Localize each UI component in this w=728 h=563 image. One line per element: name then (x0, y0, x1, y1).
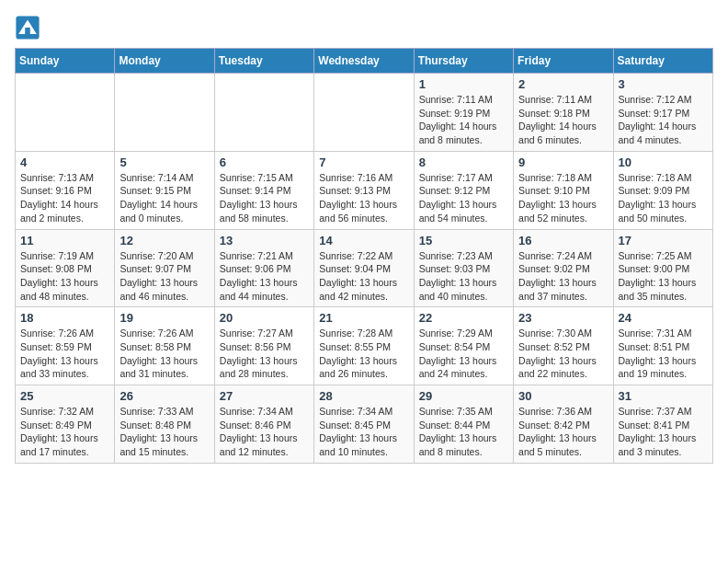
day-info: Sunrise: 7:23 AM Sunset: 9:03 PM Dayligh… (419, 249, 508, 304)
day-info: Sunrise: 7:35 AM Sunset: 8:44 PM Dayligh… (419, 405, 508, 459)
day-number: 21 (319, 311, 408, 325)
logo (15, 15, 44, 40)
day-number: 8 (419, 155, 508, 169)
day-number: 3 (619, 77, 708, 91)
calendar-cell: 6Sunrise: 7:15 AM Sunset: 9:14 PM Daylig… (214, 151, 313, 229)
day-info: Sunrise: 7:31 AM Sunset: 8:51 PM Dayligh… (619, 327, 708, 381)
calendar-cell: 31Sunrise: 7:37 AM Sunset: 8:41 PM Dayli… (613, 385, 712, 464)
calendar-week-row: 4Sunrise: 7:13 AM Sunset: 9:16 PM Daylig… (16, 151, 713, 229)
calendar-cell: 25Sunrise: 7:32 AM Sunset: 8:49 PM Dayli… (16, 385, 115, 464)
day-number: 10 (619, 155, 708, 169)
calendar-cell: 24Sunrise: 7:31 AM Sunset: 8:51 PM Dayli… (613, 307, 712, 385)
day-number: 2 (518, 77, 608, 91)
day-number: 7 (319, 155, 408, 169)
day-number: 31 (619, 389, 708, 403)
calendar-cell: 28Sunrise: 7:34 AM Sunset: 8:45 PM Dayli… (314, 385, 414, 464)
day-number: 26 (119, 389, 209, 403)
calendar-cell: 20Sunrise: 7:27 AM Sunset: 8:56 PM Dayli… (214, 307, 313, 385)
day-info: Sunrise: 7:13 AM Sunset: 9:16 PM Dayligh… (20, 171, 109, 225)
day-number: 28 (319, 389, 408, 403)
calendar-cell: 18Sunrise: 7:26 AM Sunset: 8:59 PM Dayli… (16, 307, 115, 385)
weekday-header: Sunday (16, 49, 115, 74)
day-number: 1 (419, 77, 508, 91)
day-info: Sunrise: 7:19 AM Sunset: 9:08 PM Dayligh… (20, 249, 109, 304)
calendar-cell: 30Sunrise: 7:36 AM Sunset: 8:42 PM Dayli… (514, 385, 613, 464)
weekday-header: Monday (115, 49, 214, 74)
calendar-cell: 13Sunrise: 7:21 AM Sunset: 9:06 PM Dayli… (214, 229, 313, 307)
calendar-cell: 26Sunrise: 7:33 AM Sunset: 8:48 PM Dayli… (115, 385, 214, 464)
calendar-cell: 5Sunrise: 7:14 AM Sunset: 9:15 PM Daylig… (115, 151, 214, 229)
day-number: 9 (518, 155, 608, 169)
day-number: 30 (518, 389, 608, 403)
day-number: 23 (518, 311, 608, 325)
day-number: 13 (220, 234, 309, 247)
day-number: 12 (119, 234, 209, 247)
day-info: Sunrise: 7:15 AM Sunset: 9:14 PM Dayligh… (220, 171, 309, 225)
day-number: 19 (119, 311, 209, 325)
day-info: Sunrise: 7:34 AM Sunset: 8:45 PM Dayligh… (319, 405, 408, 459)
day-info: Sunrise: 7:27 AM Sunset: 8:56 PM Dayligh… (220, 327, 309, 381)
calendar-cell: 14Sunrise: 7:22 AM Sunset: 9:04 PM Dayli… (314, 229, 414, 307)
day-number: 20 (220, 311, 309, 325)
calendar-cell (214, 74, 313, 152)
calendar-week-row: 25Sunrise: 7:32 AM Sunset: 8:49 PM Dayli… (16, 385, 713, 464)
weekday-header: Wednesday (314, 49, 414, 74)
day-number: 14 (319, 234, 408, 247)
day-info: Sunrise: 7:12 AM Sunset: 9:17 PM Dayligh… (619, 93, 708, 147)
day-info: Sunrise: 7:26 AM Sunset: 8:59 PM Dayligh… (20, 327, 109, 381)
day-info: Sunrise: 7:16 AM Sunset: 9:13 PM Dayligh… (319, 171, 408, 225)
calendar-cell: 29Sunrise: 7:35 AM Sunset: 8:44 PM Dayli… (414, 385, 513, 464)
calendar-cell: 16Sunrise: 7:24 AM Sunset: 9:02 PM Dayli… (514, 229, 613, 307)
day-info: Sunrise: 7:18 AM Sunset: 9:09 PM Dayligh… (619, 171, 708, 225)
day-info: Sunrise: 7:11 AM Sunset: 9:19 PM Dayligh… (419, 93, 508, 147)
calendar-table: SundayMondayTuesdayWednesdayThursdayFrid… (15, 48, 713, 464)
calendar-week-row: 18Sunrise: 7:26 AM Sunset: 8:59 PM Dayli… (16, 307, 713, 385)
calendar-cell: 27Sunrise: 7:34 AM Sunset: 8:46 PM Dayli… (214, 385, 313, 464)
day-info: Sunrise: 7:33 AM Sunset: 8:48 PM Dayligh… (119, 405, 209, 459)
calendar-week-row: 11Sunrise: 7:19 AM Sunset: 9:08 PM Dayli… (16, 229, 713, 307)
calendar-cell: 22Sunrise: 7:29 AM Sunset: 8:54 PM Dayli… (414, 307, 513, 385)
calendar-cell: 9Sunrise: 7:18 AM Sunset: 9:10 PM Daylig… (514, 151, 613, 229)
day-number: 16 (518, 234, 608, 247)
day-info: Sunrise: 7:29 AM Sunset: 8:54 PM Dayligh… (419, 327, 508, 381)
calendar-cell: 2Sunrise: 7:11 AM Sunset: 9:18 PM Daylig… (514, 74, 613, 152)
calendar-cell: 4Sunrise: 7:13 AM Sunset: 9:16 PM Daylig… (16, 151, 115, 229)
day-info: Sunrise: 7:25 AM Sunset: 9:00 PM Dayligh… (619, 249, 708, 304)
calendar-cell: 8Sunrise: 7:17 AM Sunset: 9:12 PM Daylig… (414, 151, 513, 229)
day-info: Sunrise: 7:26 AM Sunset: 8:58 PM Dayligh… (119, 327, 209, 381)
logo-icon (15, 15, 40, 40)
day-info: Sunrise: 7:18 AM Sunset: 9:10 PM Dayligh… (518, 171, 608, 225)
calendar-cell: 1Sunrise: 7:11 AM Sunset: 9:19 PM Daylig… (414, 74, 513, 152)
calendar-cell: 23Sunrise: 7:30 AM Sunset: 8:52 PM Dayli… (514, 307, 613, 385)
calendar-cell (16, 74, 115, 152)
calendar-cell: 17Sunrise: 7:25 AM Sunset: 9:00 PM Dayli… (613, 229, 712, 307)
day-number: 29 (419, 389, 508, 403)
calendar-cell: 3Sunrise: 7:12 AM Sunset: 9:17 PM Daylig… (613, 74, 712, 152)
day-number: 6 (220, 155, 309, 169)
day-info: Sunrise: 7:24 AM Sunset: 9:02 PM Dayligh… (518, 249, 608, 304)
day-info: Sunrise: 7:34 AM Sunset: 8:46 PM Dayligh… (220, 405, 309, 459)
day-info: Sunrise: 7:32 AM Sunset: 8:49 PM Dayligh… (20, 405, 109, 459)
calendar-cell (314, 74, 414, 152)
weekday-header-row: SundayMondayTuesdayWednesdayThursdayFrid… (16, 49, 713, 74)
day-number: 27 (220, 389, 309, 403)
day-number: 5 (119, 155, 209, 169)
day-info: Sunrise: 7:22 AM Sunset: 9:04 PM Dayligh… (319, 249, 408, 304)
calendar-cell: 19Sunrise: 7:26 AM Sunset: 8:58 PM Dayli… (115, 307, 214, 385)
calendar-week-row: 1Sunrise: 7:11 AM Sunset: 9:19 PM Daylig… (16, 74, 713, 152)
day-info: Sunrise: 7:21 AM Sunset: 9:06 PM Dayligh… (220, 249, 309, 304)
day-number: 22 (419, 311, 508, 325)
day-info: Sunrise: 7:28 AM Sunset: 8:55 PM Dayligh… (319, 327, 408, 381)
day-number: 11 (20, 234, 109, 247)
day-number: 18 (20, 311, 109, 325)
day-number: 25 (20, 389, 109, 403)
svg-rect-2 (25, 28, 30, 34)
weekday-header: Tuesday (214, 49, 313, 74)
day-number: 17 (619, 234, 708, 247)
calendar-cell: 7Sunrise: 7:16 AM Sunset: 9:13 PM Daylig… (314, 151, 414, 229)
calendar-cell: 10Sunrise: 7:18 AM Sunset: 9:09 PM Dayli… (613, 151, 712, 229)
day-info: Sunrise: 7:17 AM Sunset: 9:12 PM Dayligh… (419, 171, 508, 225)
calendar-cell: 11Sunrise: 7:19 AM Sunset: 9:08 PM Dayli… (16, 229, 115, 307)
calendar-cell: 12Sunrise: 7:20 AM Sunset: 9:07 PM Dayli… (115, 229, 214, 307)
calendar-cell: 15Sunrise: 7:23 AM Sunset: 9:03 PM Dayli… (414, 229, 513, 307)
